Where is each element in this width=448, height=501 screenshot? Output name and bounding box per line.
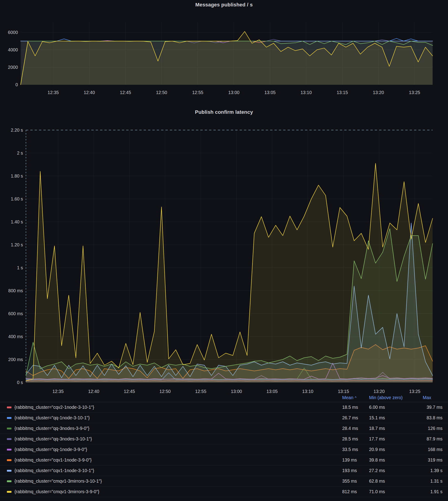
series-color-swatch[interactable] [7, 428, 12, 429]
series-min-value: 71.0 ms [369, 489, 419, 494]
series-color-swatch[interactable] [7, 459, 12, 461]
series-mean-value: 18.5 ms [342, 405, 369, 410]
series-mean-value: 812 ms [342, 489, 369, 494]
x-axis-tick-label: 12:50 [156, 90, 167, 95]
series-1 [21, 39, 433, 41]
legend-row-qq-3nodes-3-9-0: {rabbitmq_cluster="qq-3nodes-3-9-0"} 28.… [0, 423, 448, 434]
series-color-swatch[interactable] [7, 449, 12, 451]
series-mean-value: 28.4 ms [342, 426, 369, 431]
legend-header-row: Mean^ Min (above zero) Max [0, 393, 448, 402]
y-axis-tick-label: 2000 [8, 65, 18, 70]
x-axis-tick-label: 13:05 [264, 90, 276, 95]
series-min-value: 15.1 ms [369, 415, 419, 421]
sort-caret-icon: ^ [355, 396, 357, 400]
series-fill [21, 31, 433, 85]
y-axis-tick-label: 1.60 s [11, 196, 23, 202]
series-label[interactable]: {rabbitmq_cluster="cmqv1-3mirrors-3-9-0"… [15, 489, 342, 494]
series-mean-value: 28.5 ms [342, 436, 369, 442]
y-axis-tick-label: 600 ms [8, 311, 23, 316]
y-axis-tick-label: 0 [15, 82, 18, 87]
y-axis-tick-label: 1 s [17, 265, 23, 270]
legend-row-cqv2-1node-3-10-1: {rabbitmq_cluster="cqv2-1node-3-10-1"} 1… [0, 402, 448, 413]
x-axis-tick-label: 13:10 [302, 389, 314, 393]
legend-row-cqv1-1node-3-10-1: {rabbitmq_cluster="cqv1-1node-3-10-1"} 1… [0, 466, 448, 476]
legend-row-cmqv1-3mirrors-3-9-0: {rabbitmq_cluster="cmqv1-3mirrors-3-9-0"… [0, 486, 448, 497]
y-axis-tick-label: 6000 [8, 30, 18, 35]
x-axis-tick-label: 12:50 [160, 389, 171, 393]
y-axis-tick-label: 1.80 s [11, 173, 23, 178]
series-label[interactable]: {rabbitmq_cluster="qq-1node-3-10-1"} [15, 415, 342, 421]
series-line [21, 39, 433, 41]
chart-1: 0 s200 ms400 ms600 ms800 ms1 s1.20 s1.40… [8, 127, 433, 393]
series-label[interactable]: {rabbitmq_cluster="qq-3nodes-3-10-1"} [15, 436, 342, 442]
series-mean-value: 139 ms [342, 457, 369, 463]
legend-row-cmqv1-3mirrors-3-10-1: {rabbitmq_cluster="cmqv1-3mirrors-3-10-1… [0, 476, 448, 486]
series-color-swatch[interactable] [7, 480, 12, 482]
x-axis-tick-label: 13:10 [300, 90, 312, 95]
series-color-swatch[interactable] [7, 407, 12, 408]
y-axis-tick-label: 800 ms [8, 288, 23, 293]
time-series-charts[interactable]: 020004000600012:3512:4012:4512:5012:5513… [0, 0, 448, 393]
series-label[interactable]: {rabbitmq_cluster="cqv2-1node-3-10-1"} [15, 405, 342, 410]
y-axis-tick-label: 400 ms [8, 334, 23, 339]
x-axis-tick-label: 12:45 [120, 90, 131, 95]
y-axis-tick-label: 0 s [17, 380, 23, 385]
x-axis-tick-label: 12:40 [84, 90, 95, 95]
series-min-value: 17.7 ms [369, 436, 419, 442]
legend-row-qq-1node-3-10-1: {rabbitmq_cluster="qq-1node-3-10-1"} 26.… [0, 413, 448, 423]
series-label[interactable]: {rabbitmq_cluster="cmqv1-3mirrors-3-10-1… [15, 479, 342, 484]
series-label[interactable]: {rabbitmq_cluster="qq-1node-3-9-0"} [15, 447, 342, 452]
series-label[interactable]: {rabbitmq_cluster="qq-3nodes-3-9-0"} [15, 426, 342, 431]
series-color-swatch[interactable] [7, 491, 12, 493]
x-axis-tick-label: 13:05 [266, 389, 278, 393]
series-max-value: 319 ms [419, 457, 443, 463]
legend-table: Mean^ Min (above zero) Max {rabbitmq_clu… [0, 393, 448, 497]
y-axis-tick-label: 2 s [17, 151, 23, 156]
series-max-value: 87.9 ms [419, 436, 443, 442]
x-axis-tick-label: 13:00 [228, 90, 240, 95]
series-label[interactable]: {rabbitmq_cluster="cqv1-1node-3-10-1"} [15, 468, 342, 473]
series-max-value: 1.31 s [419, 479, 443, 484]
legend-row-cqv1-1node-3-9-0: {rabbitmq_cluster="cqv1-1node-3-9-0"} 13… [0, 455, 448, 466]
series-min-value: 6.00 ms [369, 405, 419, 410]
series-min-value: 18.7 ms [369, 426, 419, 431]
grafana-dashboard: Messages published / s Publish confirm l… [0, 0, 448, 501]
series-mean-value: 193 ms [342, 468, 369, 473]
x-axis-tick-label: 13:25 [409, 90, 420, 95]
series-color-swatch[interactable] [7, 470, 12, 472]
x-axis-tick-label: 12:45 [124, 389, 135, 393]
series-min-value: 27.2 ms [369, 468, 419, 473]
series-fill [26, 163, 433, 382]
series-color-swatch[interactable] [7, 438, 12, 440]
legend-col-min[interactable]: Min (above zero) [369, 395, 419, 400]
x-axis-tick-label: 12:35 [52, 389, 64, 393]
series-max-value: 126 ms [419, 426, 443, 431]
series-max-value: 1.91 s [419, 489, 443, 494]
series-mean-value: 26.7 ms [342, 415, 369, 421]
y-axis-tick-label: 4000 [8, 47, 18, 52]
legend-col-mean[interactable]: Mean^ [342, 395, 369, 400]
legend-col-max[interactable]: Max [419, 395, 443, 400]
series-max-value: 168 ms [419, 447, 443, 452]
x-axis-tick-label: 12:55 [195, 389, 206, 393]
series-mean-value: 355 ms [342, 479, 369, 484]
x-axis-tick-label: 13:20 [373, 90, 384, 95]
series-max-value: 1.39 s [419, 468, 443, 473]
series-label[interactable]: {rabbitmq_cluster="cqv1-1node-3-9-0"} [15, 457, 342, 463]
x-axis-tick-label: 13:00 [231, 389, 242, 393]
series-min-value: 62.8 ms [369, 479, 419, 484]
y-axis-tick-label: 1.20 s [11, 242, 23, 247]
x-axis-tick-label: 12:55 [192, 90, 203, 95]
series-max-value: 83.8 ms [419, 415, 443, 421]
x-axis-tick-label: 13:25 [409, 389, 420, 393]
series-8 [26, 163, 433, 382]
legend-row-qq-1node-3-9-0: {rabbitmq_cluster="qq-1node-3-9-0"} 33.5… [0, 444, 448, 455]
legend-row-qq-3nodes-3-10-1: {rabbitmq_cluster="qq-3nodes-3-10-1"} 28… [0, 434, 448, 444]
series-color-swatch[interactable] [7, 417, 12, 419]
series-8 [21, 31, 433, 85]
x-axis-tick-label: 13:15 [338, 389, 349, 393]
x-axis-tick-label: 12:40 [88, 389, 99, 393]
y-axis-tick-label: 200 ms [8, 357, 23, 362]
x-axis-tick-label: 12:35 [48, 90, 59, 95]
y-axis-tick-label: 2.20 s [11, 127, 23, 133]
